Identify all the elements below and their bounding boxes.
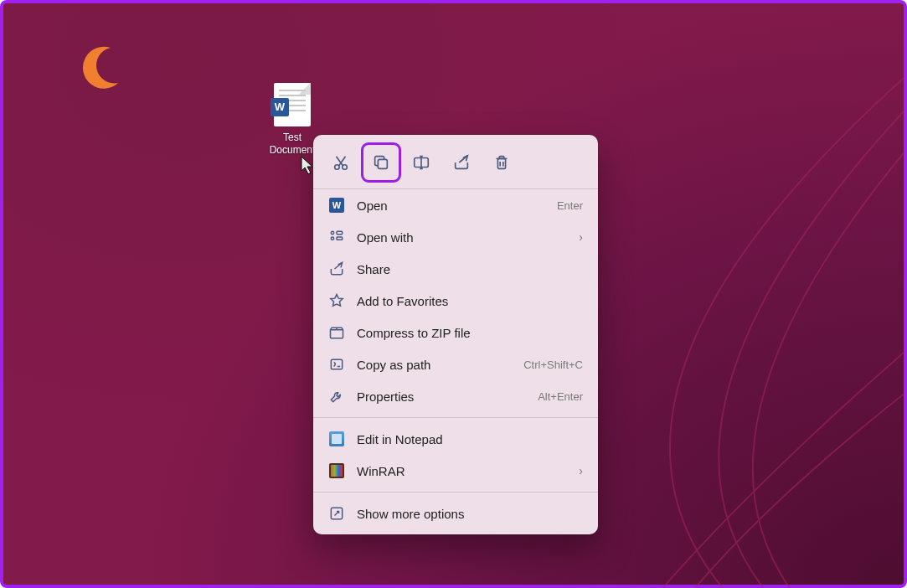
share-icon <box>328 260 345 277</box>
menu-accel: Ctrl+Shift+C <box>523 358 583 371</box>
menu-open[interactable]: W Open Enter <box>313 189 598 221</box>
menu-label: Show more options <box>357 507 583 521</box>
menu-compress-zip[interactable]: Compress to ZIP file <box>313 317 598 348</box>
menu-label: Share <box>357 262 583 276</box>
context-toolbar <box>313 140 598 189</box>
chevron-right-icon: › <box>579 464 583 477</box>
svg-point-5 <box>331 231 333 234</box>
wrench-icon <box>328 388 345 405</box>
share-button[interactable] <box>444 145 479 180</box>
menu-open-with[interactable]: Open with › <box>313 221 598 253</box>
menu-properties[interactable]: Properties Alt+Enter <box>313 380 598 412</box>
zip-icon <box>328 324 345 341</box>
menu-label: Compress to ZIP file <box>357 326 583 340</box>
menu-separator <box>313 417 598 418</box>
desktop: W Test Document <box>0 0 907 588</box>
moon-icon <box>75 41 125 91</box>
menu-edit-notepad[interactable]: Edit in Notepad <box>313 423 598 455</box>
menu-label: Properties <box>357 389 526 404</box>
menu-separator <box>313 492 598 493</box>
svg-rect-8 <box>337 237 343 240</box>
copy-button[interactable] <box>363 145 399 180</box>
menu-winrar[interactable]: WinRAR › <box>313 455 598 487</box>
star-icon <box>328 292 345 309</box>
menu-copy-path[interactable]: Copy as path Ctrl+Shift+C <box>313 348 598 380</box>
cut-button[interactable] <box>323 145 358 180</box>
menu-label: Edit in Notepad <box>357 432 583 446</box>
svg-point-1 <box>343 165 348 170</box>
svg-rect-4 <box>497 158 505 168</box>
word-file-icon: W <box>274 83 311 126</box>
show-more-icon <box>328 505 345 522</box>
svg-rect-2 <box>378 159 387 168</box>
svg-point-7 <box>331 237 333 240</box>
notepad-icon <box>328 431 345 447</box>
menu-share[interactable]: Share <box>313 253 598 285</box>
menu-label: Add to Favorites <box>357 294 583 308</box>
winrar-icon <box>328 462 345 479</box>
copy-path-icon <box>328 356 345 373</box>
delete-button[interactable] <box>484 145 519 180</box>
word-icon: W <box>328 197 345 214</box>
context-menu: W Open Enter Open with › Share <box>313 135 598 534</box>
menu-add-favorites[interactable]: Add to Favorites <box>313 285 598 317</box>
menu-label: Copy as path <box>357 358 512 372</box>
menu-show-more[interactable]: Show more options <box>313 498 598 529</box>
menu-accel: Enter <box>557 199 583 212</box>
open-with-icon <box>328 229 345 245</box>
chevron-right-icon: › <box>579 230 583 244</box>
rename-button[interactable] <box>404 145 439 180</box>
menu-accel: Alt+Enter <box>538 390 583 403</box>
svg-rect-6 <box>337 231 343 234</box>
menu-label: Open with <box>357 230 567 245</box>
menu-label: WinRAR <box>357 464 567 478</box>
menu-label: Open <box>357 199 545 213</box>
svg-rect-9 <box>331 359 342 369</box>
svg-point-0 <box>335 165 340 170</box>
